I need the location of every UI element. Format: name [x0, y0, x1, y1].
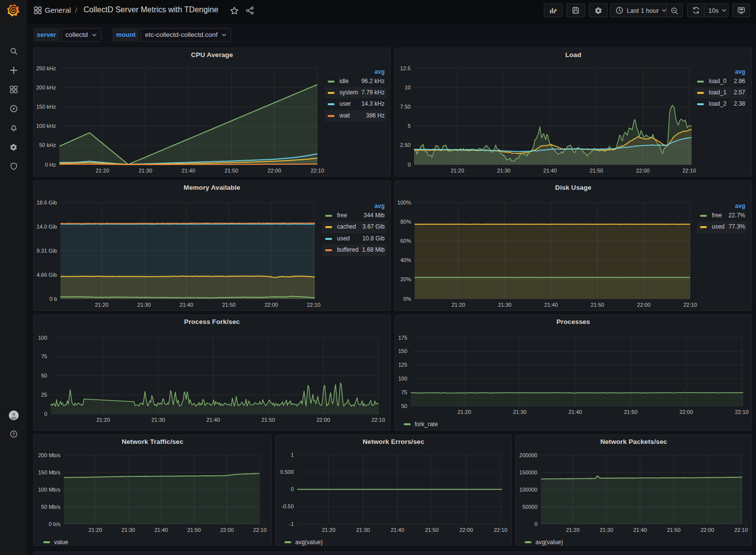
svg-text:21:20: 21:20 [95, 302, 109, 308]
svg-text:21:20: 21:20 [96, 168, 110, 174]
svg-text:21:50: 21:50 [222, 302, 236, 308]
svg-text:250 kHz: 250 kHz [36, 65, 56, 71]
svg-text:200 kHz: 200 kHz [36, 85, 56, 90]
svg-text:80%: 80% [400, 219, 411, 225]
svg-text:21:40: 21:40 [568, 409, 582, 415]
svg-text:21:50: 21:50 [224, 168, 238, 174]
svg-text:21:30: 21:30 [151, 417, 165, 423]
svg-text:50 kHz: 50 kHz [39, 142, 56, 148]
svg-text:21:20: 21:20 [457, 409, 471, 415]
svg-text:22:00: 22:00 [636, 168, 650, 174]
svg-text:2.50: 2.50 [400, 142, 411, 148]
svg-text:22:00: 22:00 [268, 168, 281, 174]
svg-text:100%: 100% [397, 200, 411, 205]
svg-text:0: 0 [291, 486, 294, 492]
svg-text:21:20: 21:20 [566, 527, 580, 533]
svg-text:21:30: 21:30 [139, 168, 152, 174]
svg-text:75: 75 [41, 353, 47, 359]
svg-text:22:00: 22:00 [637, 302, 651, 308]
svg-text:60%: 60% [400, 238, 411, 244]
svg-text:20%: 20% [400, 276, 411, 282]
svg-text:21:50: 21:50 [425, 527, 439, 533]
svg-text:0 b/s: 0 b/s [49, 521, 60, 527]
svg-text:21:40: 21:40 [633, 527, 647, 533]
svg-text:7.50: 7.50 [400, 104, 411, 110]
svg-text:22:10: 22:10 [307, 302, 321, 308]
svg-text:21:50: 21:50 [187, 527, 201, 533]
svg-text:21:40: 21:40 [544, 302, 558, 308]
svg-text:22:10: 22:10 [735, 409, 749, 415]
svg-text:12.5: 12.5 [400, 65, 411, 71]
svg-text:21:50: 21:50 [667, 527, 681, 533]
svg-text:18.6 Gib: 18.6 Gib [36, 200, 57, 205]
svg-text:22:00: 22:00 [679, 409, 693, 415]
svg-text:22:00: 22:00 [316, 417, 330, 423]
svg-text:150: 150 [398, 348, 407, 354]
svg-text:21:30: 21:30 [513, 409, 527, 415]
svg-text:0: 0 [408, 162, 411, 168]
svg-text:50000: 50000 [522, 504, 537, 510]
svg-text:-0.50: -0.50 [281, 503, 294, 509]
svg-text:21:30: 21:30 [356, 527, 370, 533]
svg-text:21:20: 21:20 [322, 527, 336, 533]
svg-text:21:40: 21:40 [391, 527, 404, 533]
svg-text:21:20: 21:20 [450, 168, 464, 174]
svg-text:21:40: 21:40 [543, 168, 557, 174]
svg-text:0: 0 [44, 411, 47, 417]
svg-text:22:10: 22:10 [371, 417, 385, 423]
svg-text:21:20: 21:20 [88, 527, 102, 533]
svg-text:150000: 150000 [519, 469, 537, 475]
svg-text:21:40: 21:40 [182, 168, 196, 174]
svg-text:50: 50 [41, 373, 47, 379]
svg-text:22:10: 22:10 [494, 527, 507, 533]
svg-text:21:30: 21:30 [497, 168, 511, 174]
svg-text:21:50: 21:50 [261, 417, 275, 423]
svg-text:21:30: 21:30 [121, 527, 135, 533]
svg-text:5: 5 [408, 123, 411, 129]
svg-text:21:40: 21:40 [154, 527, 168, 533]
svg-text:14.0 Gib: 14.0 Gib [36, 224, 57, 230]
svg-text:21:40: 21:40 [180, 302, 194, 308]
svg-text:200000: 200000 [519, 452, 537, 458]
svg-text:0 b: 0 b [50, 296, 57, 302]
svg-text:0.500: 0.500 [280, 469, 294, 475]
svg-text:21:50: 21:50 [589, 168, 603, 174]
svg-text:75: 75 [401, 389, 407, 395]
svg-text:40%: 40% [400, 257, 411, 263]
svg-text:100000: 100000 [519, 487, 537, 493]
svg-text:21:30: 21:30 [138, 302, 151, 308]
svg-text:150 Mb/s: 150 Mb/s [38, 469, 61, 475]
svg-text:?: ? [12, 432, 15, 437]
svg-text:0%: 0% [403, 296, 411, 302]
svg-text:100 Mb/s: 100 Mb/s [38, 487, 61, 493]
svg-text:22:00: 22:00 [700, 527, 714, 533]
svg-text:22:10: 22:10 [682, 168, 696, 174]
svg-text:0 Hz: 0 Hz [45, 162, 56, 168]
svg-text:0: 0 [534, 521, 537, 527]
svg-text:10: 10 [405, 85, 411, 90]
svg-text:25: 25 [41, 392, 47, 398]
svg-text:150 kHz: 150 kHz [36, 104, 56, 110]
svg-text:21:40: 21:40 [206, 417, 220, 423]
svg-text:200 Mb/s: 200 Mb/s [38, 452, 61, 458]
svg-text:50: 50 [401, 403, 407, 409]
svg-text:21:50: 21:50 [590, 302, 604, 308]
svg-text:175: 175 [398, 335, 407, 341]
svg-text:22:10: 22:10 [683, 302, 697, 308]
svg-text:21:50: 21:50 [624, 409, 638, 415]
svg-text:22:10: 22:10 [253, 527, 267, 533]
svg-text:21:20: 21:20 [96, 417, 110, 423]
svg-text:100: 100 [38, 335, 47, 341]
svg-text:22:00: 22:00 [264, 302, 278, 308]
svg-text:9.31 Gib: 9.31 Gib [36, 248, 57, 254]
svg-text:22:00: 22:00 [220, 527, 234, 533]
svg-text:1: 1 [291, 452, 294, 458]
svg-text:21:30: 21:30 [498, 302, 512, 308]
svg-text:22:10: 22:10 [310, 168, 324, 174]
svg-text:4.66 Gib: 4.66 Gib [36, 272, 57, 278]
svg-text:50 Mb/s: 50 Mb/s [41, 504, 61, 510]
svg-text:21:20: 21:20 [451, 302, 465, 308]
svg-text:100: 100 [398, 376, 407, 381]
svg-text:21:30: 21:30 [600, 527, 614, 533]
svg-text:22:10: 22:10 [734, 527, 748, 533]
